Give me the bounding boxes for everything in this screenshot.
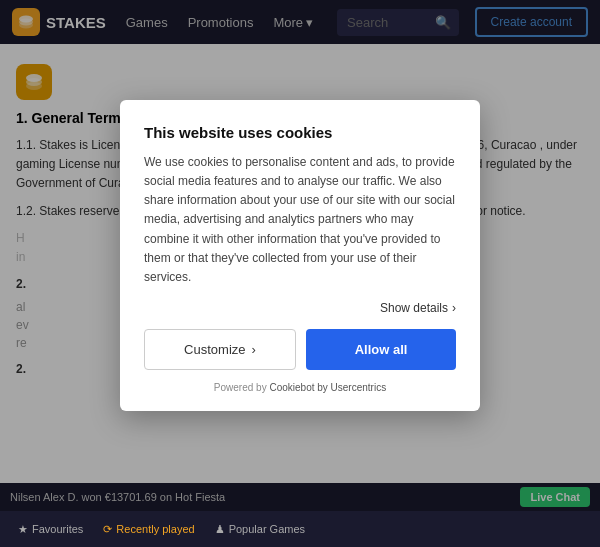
recently-played-icon: ⟳ xyxy=(103,523,112,536)
cookie-overlay: This website uses cookies We use cookies… xyxy=(0,0,600,511)
chevron-right-icon: › xyxy=(452,301,456,315)
recently-played-label: Recently played xyxy=(116,523,194,535)
cookie-body: We use cookies to personalise content an… xyxy=(144,153,456,287)
cookie-title: This website uses cookies xyxy=(144,124,456,141)
chevron-right-icon-customize: › xyxy=(252,342,256,357)
cookie-powered: Powered by Cookiebot by Usercentrics xyxy=(144,382,456,393)
cookie-buttons: Customize › Allow all xyxy=(144,329,456,370)
cookiebot-link[interactable]: Cookiebot by Usercentrics xyxy=(269,382,386,393)
bottom-recently-played[interactable]: ⟳ Recently played xyxy=(93,511,204,547)
customize-button[interactable]: Customize › xyxy=(144,329,296,370)
popular-games-icon: ♟ xyxy=(215,523,225,536)
popular-games-label: Popular Games xyxy=(229,523,305,535)
show-details-link[interactable]: Show details › xyxy=(144,301,456,315)
cookie-modal: This website uses cookies We use cookies… xyxy=(120,100,480,411)
bottom-popular-games[interactable]: ♟ Popular Games xyxy=(205,511,315,547)
bottom-bar: ★ Favourites ⟳ Recently played ♟ Popular… xyxy=(0,511,600,547)
bottom-favourites[interactable]: ★ Favourites xyxy=(8,511,93,547)
allow-all-button[interactable]: Allow all xyxy=(306,329,456,370)
star-icon: ★ xyxy=(18,523,28,536)
favourites-label: Favourites xyxy=(32,523,83,535)
